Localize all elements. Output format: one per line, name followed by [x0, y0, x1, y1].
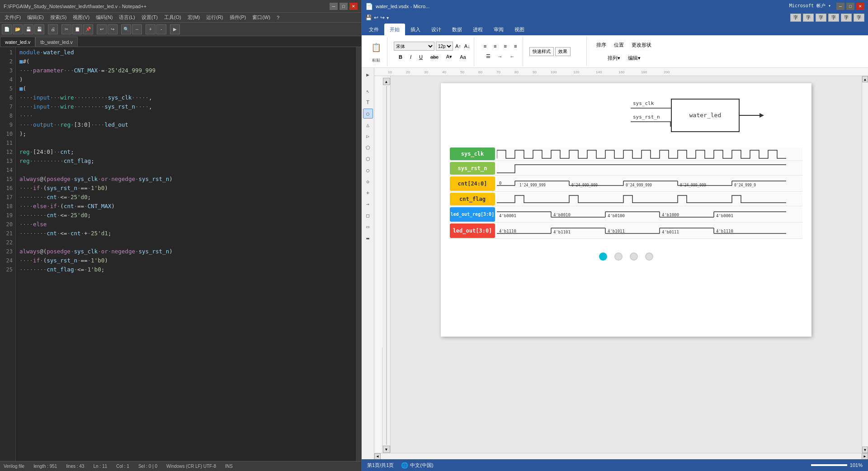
redo-btn[interactable]: ↪	[108, 24, 118, 34]
font-btn-6[interactable]: 字	[854, 14, 864, 22]
sidebar-tool-hexagon[interactable]: ⬡	[363, 154, 373, 164]
shape-btn[interactable]: 更改形状	[628, 40, 655, 50]
align-center-btn[interactable]: ≡	[491, 42, 500, 50]
bold-btn[interactable]: B	[396, 53, 406, 61]
sidebar-expand-btn[interactable]: ▶	[363, 70, 373, 80]
quick-style-1[interactable]: 快速样式	[529, 47, 554, 56]
sidebar-tool-rect3[interactable]: ▬	[363, 233, 373, 243]
italic-btn[interactable]: I	[407, 53, 415, 61]
replace-btn[interactable]: ↔	[132, 24, 142, 34]
maximize-button[interactable]: □	[340, 3, 348, 10]
minimize-button[interactable]: ─	[330, 3, 338, 10]
close-button[interactable]: ✕	[349, 3, 358, 10]
word-max-btn[interactable]: □	[846, 3, 854, 10]
font-decrease-btn[interactable]: A↓	[463, 43, 471, 50]
quick-style-2[interactable]: 效果	[555, 47, 571, 56]
open-btn[interactable]: 📂	[13, 24, 23, 34]
menu-language[interactable]: 语言(L)	[116, 13, 137, 22]
qa-redo[interactable]: ↪	[380, 14, 385, 21]
scrollbar-up-btn[interactable]: ▲	[862, 76, 868, 82]
sidebar-tool-rect[interactable]: □	[363, 210, 373, 220]
sidebar-tool-diamond[interactable]: ◇	[363, 176, 373, 186]
save-all-btn[interactable]: 💾	[34, 24, 44, 34]
sort-btn[interactable]: 排序	[593, 40, 609, 50]
right-scrollbar[interactable]: ▲ ▼	[862, 76, 868, 453]
ribbon-tab-data[interactable]: 数据	[447, 24, 467, 35]
word-min-btn[interactable]: ─	[836, 3, 844, 10]
outdent-btn[interactable]: ←	[507, 52, 518, 61]
indent-btn[interactable]: →	[495, 52, 506, 61]
sidebar-tool-triangle-right[interactable]: ▷	[363, 131, 373, 141]
sidebar-tool-plus[interactable]: +	[363, 188, 373, 198]
tab-tb-water-led[interactable]: tb_water_led.v	[35, 37, 78, 47]
sidebar-tool-text[interactable]: T	[363, 97, 373, 107]
sidebar-tool-shape[interactable]: ○	[363, 109, 373, 119]
vertical-scrollbar[interactable]	[356, 47, 361, 461]
new-btn[interactable]: 📄	[2, 24, 12, 34]
ribbon-tab-file[interactable]: 文件	[363, 24, 384, 35]
ribbon-tab-process[interactable]: 进程	[467, 24, 488, 35]
arrange-btn[interactable]: 排列▾	[604, 53, 623, 63]
menu-plugins[interactable]: 插件(P)	[227, 13, 249, 22]
strikethrough-btn[interactable]: abc	[427, 53, 442, 61]
menu-macro[interactable]: 宏(M)	[185, 13, 203, 22]
font-btn-4[interactable]: 字	[828, 14, 839, 22]
run-btn[interactable]: ▶	[170, 24, 180, 34]
sidebar-tool-triangle-up[interactable]: △	[363, 120, 373, 130]
highlight-btn[interactable]: Aa	[457, 53, 469, 61]
sidebar-tool-pentagon[interactable]: ⬠	[363, 143, 373, 152]
qa-undo[interactable]: ↩	[374, 14, 378, 21]
tab-water-led[interactable]: water_led.v	[0, 37, 35, 47]
paste-large-btn[interactable]: 📋	[368, 39, 384, 56]
undo-btn[interactable]: ↩	[97, 24, 107, 34]
ribbon-tab-view[interactable]: 视图	[509, 24, 530, 35]
font-btn-5[interactable]: 字	[841, 14, 852, 22]
zoom-slider[interactable]	[811, 464, 847, 466]
font-size-selector[interactable]: 12pt	[436, 42, 453, 51]
menu-edit[interactable]: 编辑(E)	[24, 13, 47, 22]
scroll-right-btn[interactable]: ▶	[862, 453, 868, 460]
page-dot-3[interactable]	[630, 252, 638, 261]
save-btn[interactable]: 💾	[24, 24, 33, 34]
underline-btn[interactable]: U	[416, 53, 426, 61]
word-close-btn[interactable]: ✕	[856, 3, 864, 10]
qa-save[interactable]: 💾	[365, 14, 372, 21]
font-btn-3[interactable]: 字	[816, 14, 826, 22]
cut-btn[interactable]: ✂	[61, 24, 71, 34]
menu-encoding[interactable]: 编码(N)	[93, 13, 115, 22]
font-btn-2[interactable]: 字	[803, 14, 814, 22]
scroll-up-area[interactable]: ▲	[383, 78, 390, 85]
menu-help[interactable]: ?	[274, 14, 282, 21]
sidebar-tool-arrow-right[interactable]: →	[363, 199, 373, 209]
zoom-in-btn[interactable]: +	[146, 24, 156, 34]
print-btn[interactable]: 🖨	[48, 24, 58, 34]
font-color-btn[interactable]: A▾	[443, 52, 455, 61]
menu-search[interactable]: 搜索(S)	[47, 13, 70, 22]
align-left-btn[interactable]: ≡	[481, 42, 490, 50]
list-btn[interactable]: ☰	[483, 52, 494, 61]
menu-settings[interactable]: 设置(T)	[139, 13, 160, 22]
menu-window[interactable]: 窗口(W)	[250, 13, 273, 22]
sidebar-tool-circle[interactable]: ◯	[363, 165, 373, 175]
qa-more[interactable]: ▾	[387, 15, 389, 20]
scrollbar-down-btn[interactable]: ▼	[862, 447, 868, 453]
justify-btn[interactable]: ≡	[511, 42, 520, 50]
code-editor[interactable]: module·water_led ■#( ····parameter···CNT…	[16, 47, 356, 461]
menu-tools[interactable]: 工具(O)	[161, 13, 184, 22]
ribbon-tab-review[interactable]: 审阅	[488, 24, 509, 35]
copy-btn[interactable]: 📋	[72, 24, 82, 34]
ribbon-tab-design[interactable]: 设计	[426, 24, 447, 35]
sidebar-tool-select[interactable]: ↖	[363, 86, 373, 96]
zoom-out-btn[interactable]: -	[156, 24, 166, 34]
page-dot-4[interactable]	[645, 252, 653, 261]
scroll-left-btn[interactable]: ◀	[374, 453, 381, 460]
font-increase-btn[interactable]: A↑	[454, 43, 462, 50]
bottom-scrollbar[interactable]: ◀ ▶	[374, 453, 868, 459]
font-btn-1[interactable]: 字	[790, 14, 801, 22]
page-dot-1[interactable]	[599, 252, 607, 261]
ribbon-tab-insert[interactable]: 插入	[405, 24, 426, 35]
edit-btn[interactable]: 编辑▾	[625, 53, 644, 63]
ribbon-tab-home[interactable]: 开始	[384, 24, 405, 35]
page-area[interactable]: sys_clk sys_rst_n water_led	[391, 76, 862, 453]
menu-run[interactable]: 运行(R)	[203, 13, 226, 22]
